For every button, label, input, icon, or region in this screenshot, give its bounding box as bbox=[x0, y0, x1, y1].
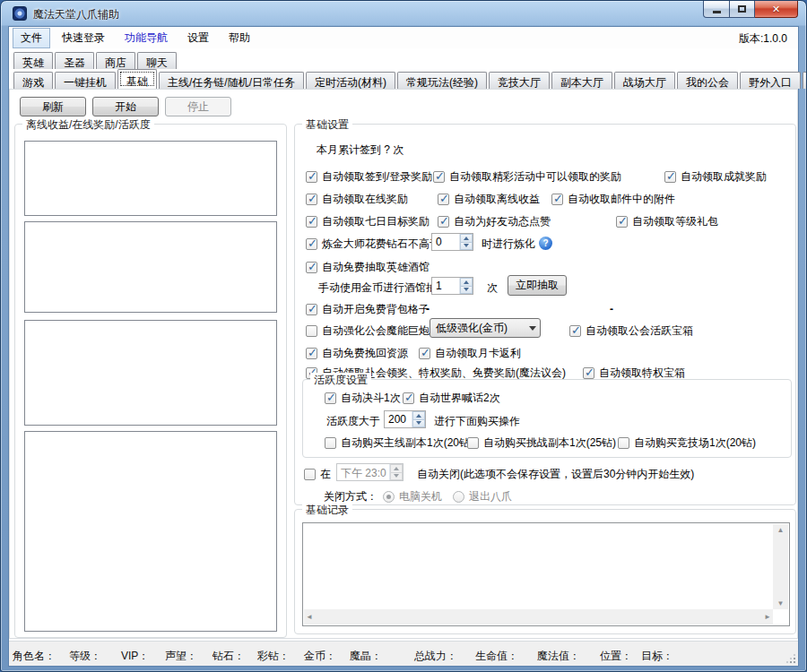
checkbox-auto-duel[interactable]: 自动决斗1次 bbox=[325, 389, 401, 407]
tab-chat[interactable]: 聊天 bbox=[137, 52, 177, 69]
checkbox-friend-like[interactable]: 自动为好友动态点赞 bbox=[438, 212, 551, 230]
checkbox-icon bbox=[616, 216, 628, 228]
basic-settings-title: 基础设置 bbox=[302, 117, 352, 133]
checkbox-auto-signin[interactable]: 自动领取签到/登录奖励 bbox=[306, 168, 432, 185]
horizontal-scrollbar[interactable]: ◄ ► bbox=[304, 609, 773, 625]
checkbox-seven-day[interactable]: 自动领取七日目标奖励 bbox=[306, 212, 430, 230]
status-total-power: 总战力： bbox=[414, 649, 457, 664]
basic-log-textarea[interactable]: ▲ ▼ ◄ ► bbox=[302, 522, 790, 626]
spinner-value: 0 bbox=[432, 234, 459, 250]
tab-shop[interactable]: 商店 bbox=[96, 52, 135, 69]
checkbox-free-bag-slot[interactable]: 自动开启免费背包格子 bbox=[306, 300, 430, 318]
scroll-down-icon[interactable]: ▼ bbox=[776, 598, 786, 609]
shutdown-time-spinner[interactable]: 下午 23:0 bbox=[336, 463, 404, 481]
tab-my-guild[interactable]: 我的公会 bbox=[677, 72, 738, 89]
alchemy-diamond-spinner[interactable]: 0 bbox=[431, 233, 473, 251]
checkbox-icon bbox=[438, 194, 449, 205]
tavern-count-suffix: 次 bbox=[487, 279, 498, 297]
checkbox-alchemy[interactable]: 炼金大师花费钻石不高于 bbox=[306, 235, 440, 253]
scroll-left-icon[interactable]: ◄ bbox=[304, 611, 315, 623]
tab-timed-activity[interactable]: 定时活动(材料) bbox=[306, 72, 395, 89]
checkbox-auto-activity-rewards[interactable]: 自动领取精彩活动中可以领取的奖励 bbox=[433, 168, 621, 185]
checkbox-monthly-card[interactable]: 自动领取月卡返利 bbox=[419, 344, 521, 362]
online-reward-list[interactable] bbox=[24, 221, 277, 313]
spin-down-button[interactable] bbox=[460, 287, 473, 295]
vertical-scrollbar[interactable]: ▲ ▼ bbox=[773, 524, 788, 609]
menu-help[interactable]: 帮助 bbox=[221, 28, 258, 48]
checkbox-free-tavern[interactable]: 自动免费抽取英雄酒馆 bbox=[306, 258, 430, 276]
shutdown-note-label: 自动关闭(此选项不会保存设置，设置后30分钟内开始生效) bbox=[417, 465, 694, 483]
checkbox-guild-cannon[interactable]: 自动强化公会魔能巨炮 bbox=[306, 322, 430, 340]
resize-grip[interactable] bbox=[785, 653, 796, 664]
spin-up-button[interactable] bbox=[390, 464, 403, 473]
spin-up-button[interactable] bbox=[460, 234, 473, 243]
checkbox-label: 炼金大师花费钻石不高于 bbox=[322, 237, 440, 252]
spin-down-button[interactable] bbox=[460, 243, 473, 251]
spin-down-button[interactable] bbox=[390, 473, 403, 481]
menu-settings[interactable]: 设置 bbox=[179, 28, 217, 48]
chevron-down-icon bbox=[525, 326, 540, 331]
scroll-right-icon[interactable]: ► bbox=[762, 611, 773, 623]
checkbox-guild-chest[interactable]: 自动领取公会活跃宝箱 bbox=[569, 322, 693, 340]
checkbox-auto-shutdown[interactable]: 在 bbox=[304, 465, 331, 483]
checkbox-label: 自动开启免费背包格子 bbox=[322, 302, 430, 317]
monthly-signin-text: 本月累计签到 ? 次 bbox=[317, 142, 404, 158]
spin-up-button[interactable] bbox=[460, 278, 473, 287]
checkbox-online-reward[interactable]: 自动领取在线奖励 bbox=[306, 190, 408, 208]
checkbox-level-gift[interactable]: 自动领取等级礼包 bbox=[616, 212, 718, 230]
checkbox-icon bbox=[306, 171, 317, 183]
activity-threshold-spinner[interactable]: 200 bbox=[384, 410, 426, 428]
tab-bag-forge[interactable]: 背包/锻造 bbox=[803, 72, 807, 89]
checkbox-mail-attachment[interactable]: 自动收取邮件中的附件 bbox=[551, 190, 675, 208]
tab-mainline-tasks[interactable]: 主线/任务链/随机/日常任务 bbox=[159, 72, 304, 89]
radio-exit-app[interactable]: 退出八爪 bbox=[453, 487, 512, 505]
tab-hero[interactable]: 英雄 bbox=[13, 52, 53, 69]
tab-wild-entrance[interactable]: 野外入口 bbox=[740, 72, 801, 89]
status-magic-crystal: 魔晶： bbox=[350, 649, 382, 664]
menu-function-nav[interactable]: 功能导航 bbox=[117, 28, 176, 48]
minimize-button[interactable] bbox=[703, 1, 730, 18]
help-question-icon[interactable]: ? bbox=[539, 234, 552, 252]
offline-income-list[interactable] bbox=[24, 141, 277, 216]
checkbox-world-shout[interactable]: 自动世界喊话2次 bbox=[403, 389, 500, 407]
tab-arena-hall[interactable]: 竞技大厅 bbox=[489, 72, 550, 89]
menu-file[interactable]: 文件 bbox=[13, 28, 50, 48]
checkbox-label: 自动领取在线奖励 bbox=[322, 192, 408, 207]
tab-basic[interactable]: 基础 bbox=[117, 69, 157, 89]
app-window: 魔法天堂八爪辅助 ✕ 文件 快速登录 功能导航 设置 帮助 版本:1.0.0 英… bbox=[0, 0, 807, 672]
scroll-up-icon[interactable]: ▲ bbox=[776, 524, 786, 536]
detail-list[interactable] bbox=[24, 431, 277, 632]
tavern-count-spinner[interactable]: 1 bbox=[431, 277, 473, 295]
cannon-strengthen-dropdown[interactable]: 低级强化(金币) bbox=[430, 318, 541, 338]
close-icon: ✕ bbox=[772, 4, 780, 15]
tab-battlefield-hall[interactable]: 战场大厅 bbox=[614, 72, 675, 89]
stop-button[interactable]: 停止 bbox=[165, 97, 231, 116]
tab-holy-item[interactable]: 圣器 bbox=[55, 52, 94, 69]
label-text: 进行下面购买操作 bbox=[434, 414, 520, 429]
tab-one-key-hangup[interactable]: 一键挂机 bbox=[55, 72, 116, 89]
status-position: 位置： bbox=[600, 649, 632, 664]
checkbox-icon bbox=[306, 262, 317, 273]
draw-now-button[interactable]: 立即抽取 bbox=[508, 275, 567, 296]
activity-list[interactable] bbox=[24, 320, 277, 426]
spinner-value: 1 bbox=[432, 278, 459, 294]
checkbox-buy-mainline[interactable]: 自动购买主线副本1次(20钻) bbox=[325, 434, 473, 452]
tab-game[interactable]: 游戏 bbox=[13, 72, 53, 89]
tab-regular-play[interactable]: 常规玩法(经验) bbox=[397, 72, 487, 89]
radio-pc-shutdown[interactable]: 电脑关机 bbox=[383, 487, 442, 505]
checkbox-auto-achievement[interactable]: 自动领取成就奖励 bbox=[664, 168, 767, 185]
checkbox-retrieve-resource[interactable]: 自动免费挽回资源 bbox=[306, 344, 408, 362]
tab-dungeon-hall[interactable]: 副本大厅 bbox=[551, 72, 612, 89]
spin-up-button[interactable] bbox=[412, 411, 425, 420]
maximize-button[interactable] bbox=[730, 1, 755, 18]
checkbox-buy-challenge[interactable]: 自动购买挑战副本1次(25钻) bbox=[467, 434, 616, 452]
start-button[interactable]: 开始 bbox=[92, 97, 159, 116]
basic-log-group: 基础记录 ▲ ▼ ◄ ► bbox=[294, 509, 796, 634]
checkbox-label: 自动世界喊话2次 bbox=[419, 391, 500, 406]
refresh-button[interactable]: 刷新 bbox=[20, 97, 86, 116]
checkbox-offline-income[interactable]: 自动领取离线收益 bbox=[438, 190, 540, 208]
close-button[interactable]: ✕ bbox=[755, 1, 798, 18]
checkbox-buy-arena[interactable]: 自动购买竞技场1次(20钻) bbox=[618, 434, 756, 452]
spin-down-button[interactable] bbox=[412, 420, 425, 428]
menu-quick-login[interactable]: 快速登录 bbox=[54, 28, 113, 48]
